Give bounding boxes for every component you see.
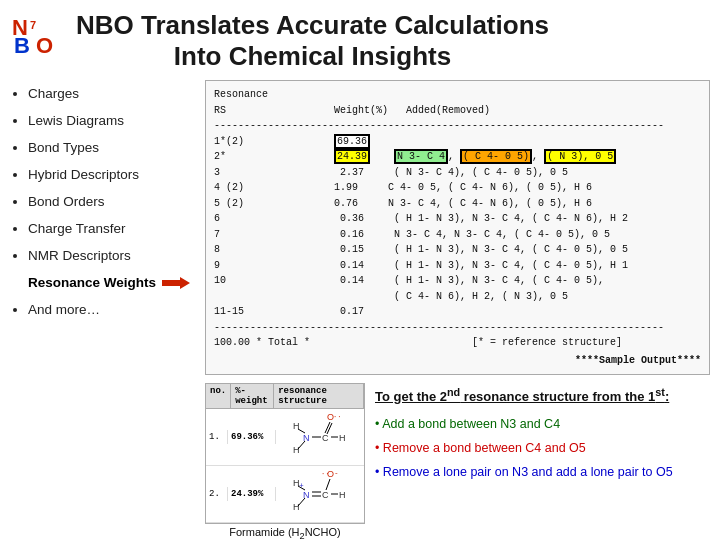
sidebar-item-charges[interactable]: Charges [28,80,195,107]
svg-text:O: O [36,33,53,58]
sidebar-item-more[interactable]: And more… [28,296,195,323]
right-panel: Resonance RS Weight(%) Added(Removed) --… [205,80,710,540]
sidebar-item-lewis[interactable]: Lewis Diagrams [28,107,195,134]
table-row1: 1*(2) 69.36 [214,134,701,150]
title-line2: Into Chemical Insights [174,41,451,71]
svg-text:B: B [14,33,30,58]
table-row10: 10 0.14 ( H 1- N 3), N 3- C 4, ( C 4- 0 … [214,273,701,289]
nbo-output-table: Resonance RS Weight(%) Added(Removed) --… [205,80,710,375]
sidebar-list: Charges Lewis Diagrams Bond Types Hybrid… [10,80,195,323]
bullet-add-bond: • Add a bond between N3 and C4 [375,414,710,434]
nrt-row-1: 1. 69.36% O C [206,409,364,466]
sidebar-item-hybrid[interactable]: Hybrid Descriptors [28,161,195,188]
table-row4: 4 (2) 1.99 C 4- 0 5, ( C 4- N 6), ( 0 5)… [214,180,701,196]
svg-line-13 [298,429,305,433]
header: N 7 B O NBO Translates Accurate Calculat… [0,0,720,80]
table-row5: 5 (2) 0.76 N 3- C 4, ( C 4- N 6), ( 0 5)… [214,196,701,212]
table-header2: RS Weight(%) Added(Removed) [214,103,701,119]
nrt-table: no. %-weight resonance structure 1. 69.3… [205,383,365,524]
table-row11: 11-15 0.17 [214,304,701,320]
sidebar: Charges Lewis Diagrams Bond Types Hybrid… [10,80,195,540]
svg-text:··: ·· [333,413,341,421]
table-row3: 3 2.37 ( N 3- C 4), ( C 4- 0 5), 0 5 [214,165,701,181]
svg-text:H: H [293,445,300,455]
svg-line-7 [325,422,330,433]
table-row7: 7 0.16 N 3- C 4, N 3- C 4, ( C 4- 0 5), … [214,227,701,243]
table-row9: 9 0.14 ( H 1- N 3), N 3- C 4, ( C 4- 0 5… [214,258,701,274]
nrt-panel: no. %-weight resonance structure 1. 69.3… [205,383,365,540]
explanation-panel: To get the 2nd resonance structure from … [375,383,710,540]
sidebar-item-nmr[interactable]: NMR Descriptors [28,242,195,269]
table-sep1: ----------------------------------------… [214,118,701,134]
bottom-section: no. %-weight resonance structure 1. 69.3… [205,383,710,540]
table-sep2: ----------------------------------------… [214,320,701,336]
sidebar-item-resonance[interactable]: Resonance Weights [28,269,195,296]
sidebar-item-chargetransfer[interactable]: Charge Transfer [28,215,195,242]
table-row8: 8 0.15 ( H 1- N 3), N 3- C 4, ( C 4- 0 5… [214,242,701,258]
bullet-remove-bond: • Remove a bond between C4 and O5 [375,438,710,458]
nbo-logo: N 7 B O [10,15,62,67]
svg-text:H: H [293,502,300,512]
nrt-col-struct: resonance structure [274,384,364,408]
svg-marker-5 [162,277,190,289]
title-line1: NBO Translates Accurate Calculations [76,10,549,40]
sidebar-item-bondorders[interactable]: Bond Orders [28,188,195,215]
molecule-1-svg: O C N H [283,411,358,463]
table-row6: 6 0.36 ( H 1- N 3), N 3- C 4, ( C 4- N 6… [214,211,701,227]
svg-text:H: H [339,433,346,443]
svg-text:C: C [322,490,329,500]
table-row2: 2* 24.39 N 3- C 4, ( C 4- 0 5), ( N 3), … [214,149,701,165]
svg-text:··: ·· [321,470,329,478]
sidebar-item-bondtypes[interactable]: Bond Types [28,134,195,161]
sample-output-label: ****Sample Output**** [214,353,701,369]
molecule-2-svg: O - C N + [283,468,358,520]
nrt-row-2: 2. 24.39% O - C [206,466,364,523]
nrt-col-no: no. [206,384,231,408]
table-total: 100.00 * Total * [* = reference structur… [214,335,701,351]
header-title: NBO Translates Accurate Calculations Int… [76,10,549,72]
nrt-table-header: no. %-weight resonance structure [206,384,364,409]
svg-text:-: - [335,468,338,477]
svg-text:C: C [322,433,329,443]
svg-text:H: H [339,490,346,500]
svg-text:7: 7 [30,19,36,31]
nrt-col-weight: %-weight [231,384,274,408]
formamide-label: Formamide (H2NCHO) [205,526,365,540]
bullet-lone-pair: • Remove a lone pair on N3 and add a lon… [375,462,710,482]
table-header1: Resonance [214,87,701,103]
svg-line-21 [326,479,330,490]
explanation-title: To get the 2nd resonance structure from … [375,383,710,407]
table-row10b: ( C 4- N 6), H 2, ( N 3), 0 5 [214,289,701,305]
arrow-icon [162,275,190,291]
main-content: Charges Lewis Diagrams Bond Types Hybrid… [0,80,720,540]
